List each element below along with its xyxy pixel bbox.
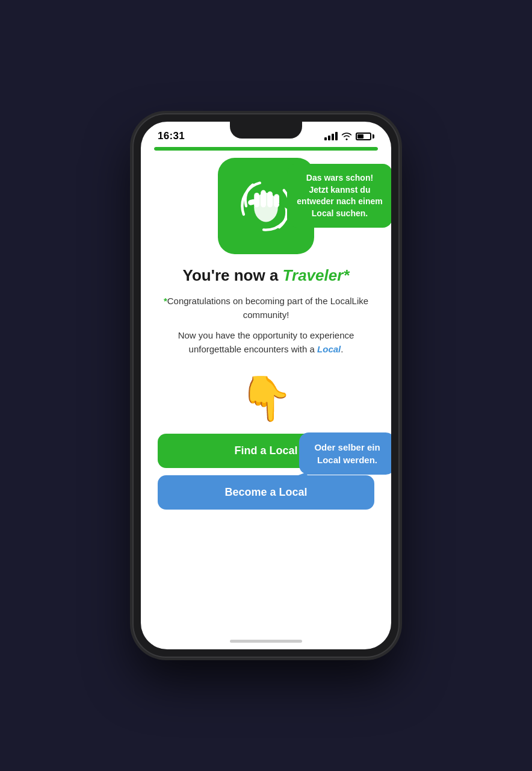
subtitle-text: Congratulations on becoming part of the … xyxy=(167,296,368,320)
phone-frame: 16:31 xyxy=(134,114,398,657)
progress-fill xyxy=(154,147,378,151)
svg-rect-4 xyxy=(267,192,273,207)
battery-icon xyxy=(356,133,374,140)
subtitle: *Congratulations on becoming part of the… xyxy=(158,295,374,322)
local-link[interactable]: Local xyxy=(317,344,341,354)
home-indicator xyxy=(141,632,391,649)
page-heading: You're now a Traveler* xyxy=(183,266,350,285)
status-time: 16:31 xyxy=(158,130,185,142)
become-local-wrapper: Become a Local Oder selber ein Local wer… xyxy=(158,475,374,510)
description-after: . xyxy=(341,344,343,354)
status-icons xyxy=(324,132,374,140)
become-local-button[interactable]: Become a Local xyxy=(158,475,374,510)
signal-icon xyxy=(324,132,338,140)
buttons-area: Find a Local Become a Local Oder selber … xyxy=(158,434,374,510)
description: Now you have the opportunity to experien… xyxy=(158,329,374,356)
speech-bubble-blue: Oder selber ein Local werden. xyxy=(299,432,391,475)
phone-screen: 16:31 xyxy=(141,122,391,649)
wifi-icon xyxy=(341,132,352,140)
heading-prefix: You're now a xyxy=(183,266,283,284)
status-bar: 16:31 xyxy=(141,122,391,147)
heading-highlight: Traveler* xyxy=(283,266,350,284)
home-bar xyxy=(230,640,302,643)
speech-bubble-green: Das wars schon! Jetzt kannst du entweder… xyxy=(287,164,391,228)
logo-area: Das wars schon! Jetzt kannst du entweder… xyxy=(158,158,374,254)
svg-rect-3 xyxy=(261,190,266,208)
progress-bar xyxy=(154,147,378,151)
progress-bar-container xyxy=(141,147,391,158)
pointing-hand-emoji: 👇 xyxy=(239,373,293,424)
main-content: Das wars schon! Jetzt kannst du entweder… xyxy=(141,158,391,632)
notch xyxy=(230,122,302,139)
